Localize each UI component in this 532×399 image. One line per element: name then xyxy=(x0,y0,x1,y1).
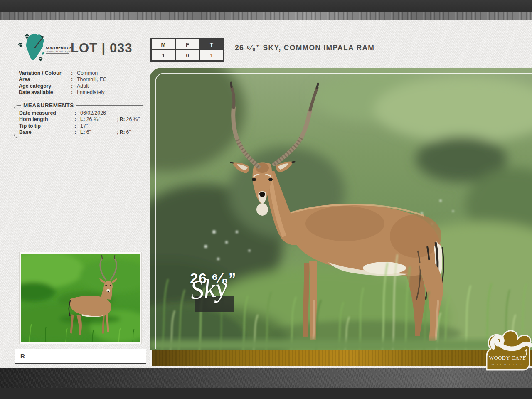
bottom-leather-strip xyxy=(0,368,532,388)
currency-label: R xyxy=(20,352,25,360)
detail-row-variation: Variation / Colour : Common xyxy=(19,70,145,76)
col-total-header: T xyxy=(200,39,224,50)
sex-count-table: M F T 1 0 1 xyxy=(150,38,224,62)
animal-details: Variation / Colour : Common Area : Thorn… xyxy=(19,70,145,96)
woody-cape-subtitle: W I L D L I F E xyxy=(492,363,523,366)
brand-subtitle: CAPTURE SERVICES (PTY) LTD xyxy=(46,51,71,53)
africa-map-icon xyxy=(26,34,44,60)
detail-row-available: Date available : Immediately xyxy=(19,89,145,96)
woody-cape-name: WOODY CAPE xyxy=(489,355,526,361)
measure-row-date: Date measured : 06/02/2026 xyxy=(19,110,143,116)
measure-row-base: Base : L:6" ; R:6" xyxy=(19,129,143,135)
brand-name: SOUTHERN CROSS xyxy=(46,46,71,50)
bottom-dark-bar xyxy=(0,388,532,399)
top-dark-bar xyxy=(0,0,532,12)
page-title: 26 ⁶⁄₈” SKY, COMMON IMPALA RAM xyxy=(235,44,374,52)
col-male-header: M xyxy=(151,39,175,50)
gold-footer-bar xyxy=(152,350,532,366)
catalog-page: SOUTHERN CROSS CAPTURE SERVICES (PTY) LT… xyxy=(0,0,532,399)
measurements-heading: MEASUREMENTS xyxy=(21,102,76,108)
thumbnail-photo xyxy=(20,252,141,344)
woody-cape-logo: WOODY CAPE W I L D L I F E xyxy=(485,325,532,372)
measure-row-horn-length: Horn length : L:26 ⁶⁄₈" ; R:26 ³⁄₈" xyxy=(19,116,143,123)
top-metal-strip xyxy=(0,12,532,20)
female-count: 0 xyxy=(175,50,200,61)
male-count: 1 xyxy=(151,50,175,61)
animal-name-overlay: Sky xyxy=(189,271,229,306)
total-count: 1 xyxy=(200,50,224,61)
measure-row-tip-to-tip: Tip to tip : 17" xyxy=(19,123,143,129)
main-photo: 26 ⁶⁄₈” Sky xyxy=(150,68,532,366)
measurements-panel: MEASUREMENTS Date measured : 06/02/2026 … xyxy=(14,102,143,138)
lot-number: LOT | 033 xyxy=(71,41,133,56)
southern-cross-logo: SOUTHERN CROSS CAPTURE SERVICES (PTY) LT… xyxy=(16,32,71,62)
price-field: R xyxy=(15,349,146,364)
col-female-header: F xyxy=(175,39,200,50)
detail-row-area: Area : Thornhill, EC xyxy=(19,76,145,83)
detail-row-age: Age category : Adult xyxy=(19,83,145,89)
